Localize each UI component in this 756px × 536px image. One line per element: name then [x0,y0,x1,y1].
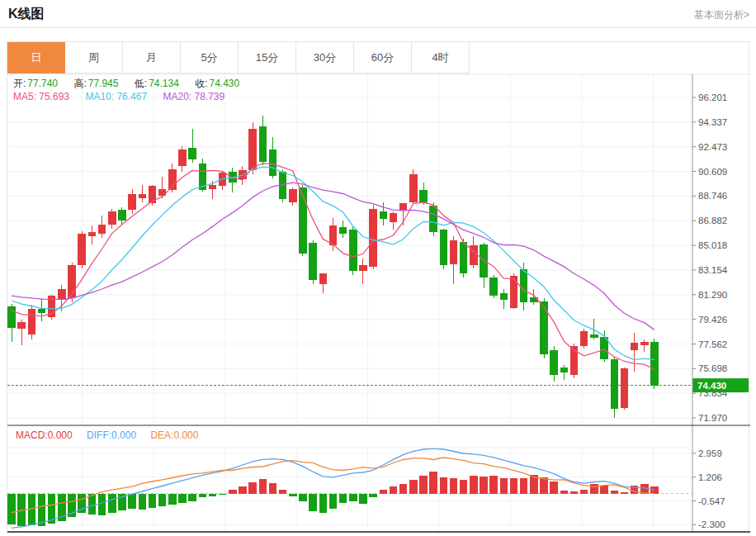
open-value: 77.740 [27,78,58,89]
kline-chart: 96.20194.33792.47390.60988.74686.88285.0… [7,42,750,534]
tab-15min[interactable]: 15分 [239,42,296,74]
svg-text:2.959: 2.959 [698,448,722,458]
page-title: K线图 [8,6,45,23]
svg-text:75.698: 75.698 [698,363,727,373]
svg-text:92.473: 92.473 [698,142,727,152]
svg-text:71.970: 71.970 [698,413,727,423]
tab-30min[interactable]: 30分 [296,42,354,74]
close-label: 收: [195,78,207,89]
dea-line [12,458,654,513]
candles-layer [7,116,658,417]
ma5-line [12,164,654,370]
macd-y-axis: 2.9591.206-0.547-2.300 [7,448,725,530]
grid-vertical [83,74,654,532]
close-value: 74.430 [210,78,240,89]
diff-value-label: DIFF:0.000 [87,429,136,441]
high-label: 高: [73,78,86,89]
open-label: 开: [13,78,26,89]
tab-month[interactable]: 月 [123,42,181,74]
svg-text:88.746: 88.746 [698,191,727,201]
svg-text:94.337: 94.337 [698,117,727,127]
svg-text:73.834: 73.834 [698,388,728,398]
pane-borders [7,74,750,532]
svg-text:81.290: 81.290 [698,290,727,300]
tab-day[interactable]: 日 [7,42,65,74]
diff-line [12,448,654,528]
ma10-line [12,167,654,360]
svg-text:77.562: 77.562 [698,339,727,349]
tab-week[interactable]: 周 [65,42,123,74]
header-divider [0,27,756,28]
svg-text:74.430: 74.430 [697,381,726,391]
ma-legend: MA5: 75.693 MA10: 76.467 MA20: 78.739 [13,91,224,102]
macd-histogram [7,472,658,526]
svg-text:90.609: 90.609 [698,167,727,177]
svg-text:86.882: 86.882 [698,216,727,225]
high-value: 77.945 [88,78,119,89]
svg-text:96.201: 96.201 [698,92,727,102]
low-value: 74.134 [149,78,179,89]
ohlc-legend: 开:77.740 高:77.945 低:74.134 收:74.430 [13,77,241,91]
ma20-line [12,183,654,330]
main-y-axis: 96.20194.33792.47390.60988.74686.88285.0… [7,92,728,423]
tab-60min[interactable]: 60分 [354,42,412,74]
svg-text:-2.300: -2.300 [698,519,725,529]
last-price-badge: 74.430 [692,378,749,392]
fundamental-analysis-link[interactable]: 基本面分析> [694,8,749,22]
svg-text:1.206: 1.206 [698,472,722,482]
svg-text:-0.547: -0.547 [698,496,725,506]
tab-5min[interactable]: 5分 [181,42,239,74]
dea-value-label: DEA:0.000 [150,429,198,441]
macd-legend: MACD:0.000 DIFF:0.000 DEA:0.000 [16,429,198,441]
ma20-label: MA20: 78.739 [163,91,224,102]
macd-value-label: MACD:0.000 [16,429,73,441]
interval-tab-bar: 日 周 月 5分 15分 30分 60分 4时 [7,42,470,74]
ma10-label: MA10: 76.467 [85,91,147,102]
ma5-label: MA5: 75.693 [13,91,69,102]
tab-4hour[interactable]: 4时 [412,42,470,74]
svg-text:83.154: 83.154 [698,265,728,275]
kline-page: K线图 基本面分析> 96.20194.33792.47390.60988.74… [0,0,756,536]
svg-text:79.426: 79.426 [698,315,727,325]
low-label: 低: [135,78,147,89]
svg-text:85.018: 85.018 [698,240,727,250]
kline-chart-container: 96.20194.33792.47390.60988.74686.88285.0… [7,41,749,533]
